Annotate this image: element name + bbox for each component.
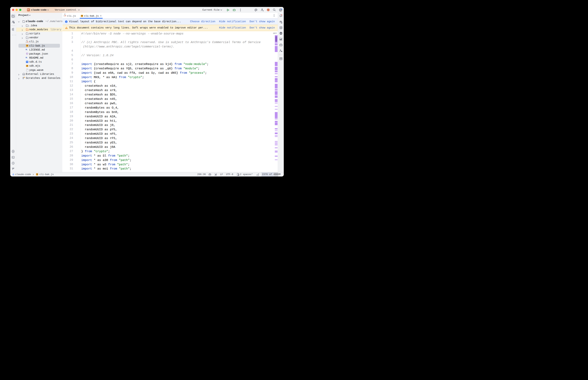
svg-text:?: ? [14, 22, 14, 23]
svg-text:X: X [281, 32, 282, 34]
